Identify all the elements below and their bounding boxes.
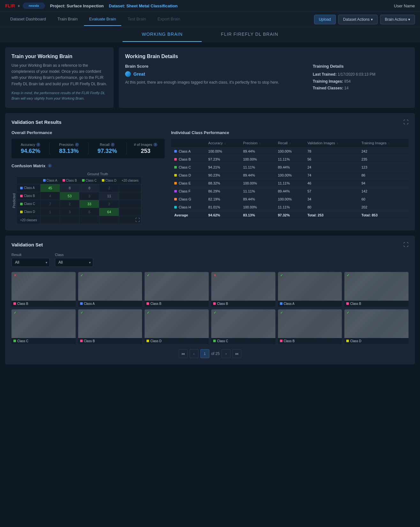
avg-recall: 97.32% [275, 211, 304, 219]
class-select[interactable]: All [55, 258, 93, 267]
image-label: Class B [211, 301, 275, 307]
image-card[interactable]: ✓ Class B [145, 272, 209, 307]
first-page-button[interactable]: ⏮ [179, 349, 188, 358]
overall-performance: Overall Performance Accuracyi 94.62% Pre… [11, 130, 165, 224]
brain-actions-button[interactable]: Brain Actions ▾ [380, 15, 415, 24]
image-card[interactable]: ✓ Class D [344, 309, 409, 344]
th-val-images[interactable]: Validation Images ↑ [304, 139, 358, 147]
image-card[interactable]: ✓ Class A [78, 272, 142, 307]
matrix-cell[interactable] [79, 216, 99, 224]
last-page-button[interactable]: ⏭ [232, 349, 241, 358]
matrix-cell[interactable] [60, 216, 79, 224]
th-recall[interactable]: Recall ↑ [275, 139, 304, 147]
result-select[interactable]: All [11, 258, 50, 267]
matrix-cell[interactable]: 53 [60, 192, 79, 200]
correct-icon: ✓ [346, 273, 350, 278]
image-card[interactable]: ✕ Class B [11, 272, 76, 307]
table-row[interactable]: Class C 94.21% 11.11% 89.44% 24 123 [171, 163, 409, 171]
accuracy-info[interactable]: i [36, 143, 40, 147]
table-row[interactable]: Class A 100.00% 89.44% 100.00% 78 242 [171, 147, 409, 155]
accuracy-cell: 94.21% [205, 163, 240, 171]
table-row[interactable]: Class B 97.23% 100.00% 11.11% 56 235 [171, 155, 409, 163]
class-cell: Class C [171, 163, 205, 171]
matrix-cell[interactable]: 7 [41, 200, 60, 208]
matrix-cell[interactable]: 33 [79, 200, 99, 208]
table-row[interactable]: Class F 86.29% 11.11% 89.44% 57 142 [171, 187, 409, 195]
col-header-a: Class A [41, 177, 60, 184]
metrics-row: Accuracyi 94.62% Precisioni 83.13% Recal… [11, 139, 165, 158]
matrix-cell[interactable]: 3 [60, 208, 79, 216]
dataset-actions-button[interactable]: Dataset Actions ▾ [338, 15, 378, 24]
matrix-cell[interactable] [119, 208, 141, 216]
nav-dataset-dashboard[interactable]: Dataset Dashboard [5, 13, 51, 26]
matrix-cell[interactable]: 2 [99, 200, 119, 208]
upload-button[interactable]: Upload [314, 15, 336, 24]
matrix-cell[interactable] [119, 192, 141, 200]
image-card[interactable]: ✓ Class C [11, 309, 76, 344]
expand-icon[interactable]: ⛶ [403, 119, 409, 125]
working-brain-section: Train your Working Brain Use your Workin… [5, 47, 415, 108]
nav-evaluate-brain[interactable]: Evaluate Brain [84, 13, 121, 26]
next-page-button[interactable]: › [221, 349, 230, 358]
correct-icon: ✓ [346, 311, 350, 315]
training-details: Training Details Last Trained: 1/17/2020… [313, 64, 409, 92]
image-card[interactable]: ✓ Class B [344, 272, 409, 307]
avg-precision: 83.13% [240, 211, 275, 219]
image-card[interactable]: ✓ Class D [145, 309, 209, 344]
images-info[interactable]: i [154, 143, 157, 147]
expand-icon-2[interactable]: ⛶ [403, 242, 409, 248]
matrix-cell[interactable]: 8 [79, 184, 99, 192]
matrix-cell[interactable] [41, 216, 60, 224]
matrix-cell[interactable]: 6 [79, 208, 99, 216]
image-card[interactable]: ✓ Class C [211, 309, 275, 344]
matrix-cell[interactable]: 45 [41, 184, 60, 192]
matrix-cell[interactable]: 2 [60, 200, 79, 208]
matrix-cell[interactable]: 64 [99, 208, 119, 216]
tab-flir-firefly[interactable]: FLIR FIREFLY DL BRAIN [202, 27, 297, 42]
precision-info[interactable]: i [75, 143, 79, 147]
result-filter: Result All [11, 253, 50, 267]
matrix-cell[interactable] [99, 216, 119, 224]
prev-page-button[interactable]: ‹ [190, 349, 199, 358]
accuracy-cell: 90.23% [205, 171, 240, 179]
confusion-info[interactable]: i [48, 164, 52, 168]
table-row[interactable]: Class E 88.32% 100.00% 11.11% 46 94 [171, 179, 409, 187]
matrix-cell[interactable] [119, 184, 141, 192]
matrix-cell[interactable]: 11 [99, 192, 119, 200]
tab-working-brain[interactable]: WORKING BRAIN [123, 27, 202, 42]
dataset-link[interactable]: Dataset: Sheet Metal Classification [109, 4, 177, 8]
matrix-cell[interactable]: 1 [41, 208, 60, 216]
performance-table-scroll[interactable]: Accuracy ↓ Precision ↑ Recall ↑ Validati… [171, 139, 409, 219]
matrix-cell[interactable]: 3 [79, 192, 99, 200]
matrix-table: Class A Class B Class C Class D +20 clas… [17, 177, 141, 224]
image-card[interactable]: ✕ Class B [211, 272, 275, 307]
image-card[interactable]: ✓ Class A [278, 272, 342, 307]
col-header-d: Class D [99, 177, 119, 184]
matrix-cell[interactable]: 4 [41, 192, 60, 200]
image-label: Class B [344, 301, 409, 307]
th-accuracy[interactable]: Accuracy ↓ [205, 139, 240, 147]
matrix-expand[interactable]: ⛶ [119, 216, 141, 224]
table-row[interactable]: Class D 90.23% 89.44% 100.00% 74 86 [171, 171, 409, 179]
table-row[interactable]: Class G 82.19% 89.44% 100.00% 34 60 [171, 195, 409, 203]
matrix-cell[interactable]: 8 [60, 184, 79, 192]
image-class-name: Class B [17, 302, 28, 305]
th-precision[interactable]: Precision ↑ [240, 139, 275, 147]
class-color-dot [213, 302, 216, 305]
validation-content: Overall Performance Accuracyi 94.62% Pre… [11, 130, 409, 224]
image-card[interactable]: ✓ Class B [78, 309, 142, 344]
nav-train-brain[interactable]: Train Brain [52, 13, 83, 26]
th-train-images[interactable]: Training Images ↑ [358, 139, 409, 147]
logo-area: FLIR + neurala Project: Surface Inspecti… [5, 3, 177, 9]
table-row[interactable]: Class H 81.01% 100.00% 11.11% 80 202 [171, 203, 409, 211]
filters-row: Result All Class All [11, 253, 409, 267]
image-class-name: Class B [217, 302, 228, 305]
image-thumbnail: ✓ [344, 272, 409, 301]
precision-cell: 100.00% [240, 155, 275, 163]
current-page-button[interactable]: 1 [200, 349, 209, 358]
matrix-cell[interactable] [119, 200, 141, 208]
image-card[interactable]: ✓ Class B [278, 309, 342, 344]
matrix-cell[interactable]: 2 [99, 184, 119, 192]
recall-info[interactable]: i [111, 143, 115, 147]
recall-cell: 11.11% [275, 203, 304, 211]
